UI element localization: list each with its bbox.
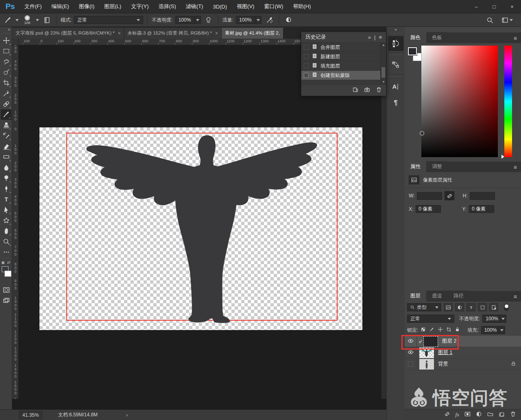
properties-panel-menu-icon[interactable]: ≡ <box>510 162 521 172</box>
tab-swatches[interactable]: 色板 <box>426 32 448 43</box>
layer-name[interactable]: 图层 1 <box>438 349 452 356</box>
current-tool-brush-icon[interactable] <box>2 15 13 25</box>
visibility-checkbox-empty[interactable] <box>405 359 417 370</box>
menu-i[interactable]: 图像(I) <box>74 0 99 13</box>
paragraph-panel-icon[interactable]: ¶ <box>388 95 403 110</box>
canvas-vertical-scrollbar[interactable] <box>381 45 386 399</box>
flow-value[interactable]: 100% <box>236 16 255 24</box>
lock-artboard-icon[interactable] <box>446 327 451 333</box>
x-field[interactable]: 0 像素 <box>416 205 441 213</box>
history-state-row[interactable]: 合并图层 <box>301 43 381 52</box>
background-color-swatch[interactable] <box>4 271 11 277</box>
search-icon[interactable] <box>484 15 495 25</box>
fill-chevron-icon[interactable] <box>499 326 505 334</box>
toolbar-expand-icon[interactable]: » <box>0 27 12 33</box>
healing-tool-icon[interactable] <box>1 99 11 109</box>
filtering-toggle[interactable] <box>504 304 509 311</box>
hue-slider-arrow-icon[interactable] <box>501 155 504 159</box>
clone-source-panel-icon[interactable] <box>388 58 403 72</box>
brush-picker-chevron-icon[interactable] <box>36 19 39 21</box>
blur-tool-icon[interactable] <box>1 162 11 173</box>
color-panel-menu-icon[interactable]: ≡ <box>510 33 521 43</box>
pressure-size-icon[interactable] <box>283 15 294 25</box>
lock-pixels-icon[interactable] <box>429 327 434 333</box>
link-layers-icon[interactable] <box>444 411 450 418</box>
blend-mode-select[interactable]: 正常 <box>74 16 143 24</box>
layer-thumbnail[interactable] <box>419 359 434 370</box>
quick-select-tool-icon[interactable] <box>1 67 11 77</box>
scroll-down-icon[interactable]: ▼ <box>381 80 386 84</box>
foreground-color-swatch-panel[interactable] <box>408 47 417 55</box>
history-state-row[interactable]: 填充图层 <box>301 61 381 71</box>
scroll-up-icon[interactable]: ▲ <box>381 43 386 47</box>
airbrush-icon[interactable] <box>264 15 275 25</box>
new-document-from-state-icon[interactable] <box>352 87 358 94</box>
history-panel-icon[interactable] <box>388 36 403 51</box>
tab-layers[interactable]: 图层 <box>405 291 426 302</box>
history-state-row[interactable]: 创建剪贴蒙版 <box>301 71 381 80</box>
tab-close-icon[interactable]: × <box>215 31 218 36</box>
history-brush-tool-icon[interactable] <box>1 131 11 141</box>
workspace-switcher-icon[interactable] <box>499 15 515 25</box>
path-select-tool-icon[interactable] <box>1 205 11 215</box>
new-adjustment-layer-icon[interactable] <box>476 411 482 418</box>
menu-v[interactable]: 视图(V) <box>232 0 259 13</box>
menu-w[interactable]: 窗口(W) <box>259 0 288 13</box>
menu-f[interactable]: 文件(F) <box>20 0 47 13</box>
tab-adjustments[interactable]: 调整 <box>426 161 448 172</box>
flow-chevron-icon[interactable] <box>255 16 262 24</box>
menu-y[interactable]: 文字(Y) <box>126 0 153 13</box>
history-source-checkbox[interactable] <box>304 73 309 78</box>
history-source-checkbox[interactable] <box>304 45 309 50</box>
color-cursor-icon[interactable] <box>420 131 424 136</box>
layers-panel-menu-icon[interactable]: ≡ <box>510 292 521 302</box>
swap-colors-icon[interactable]: ⇄ <box>7 260 10 265</box>
minimize-button[interactable]: – <box>467 0 485 13</box>
delete-state-icon[interactable] <box>376 87 382 94</box>
menu-dd[interactable]: 3D(D) <box>208 0 232 13</box>
fill-value[interactable]: 100% <box>481 326 499 334</box>
pressure-opacity-icon[interactable] <box>203 15 214 25</box>
layer-opacity-value[interactable]: 100% <box>482 315 500 323</box>
filter-adjustment-layers-icon[interactable] <box>455 303 464 311</box>
history-menu-icon[interactable]: ≡ <box>379 34 382 40</box>
add-mask-icon[interactable] <box>464 411 471 418</box>
layer-filter-select[interactable]: 类型 <box>407 303 441 311</box>
layer-name[interactable]: 背景 <box>438 361 448 368</box>
opacity-chevron-icon[interactable] <box>195 16 201 24</box>
tab-channels[interactable]: 通道 <box>426 291 448 302</box>
menu-s[interactable]: 选择(S) <box>153 0 181 13</box>
zoom-level-field[interactable]: 41.35% <box>19 411 43 419</box>
marquee-tool-icon[interactable] <box>1 46 11 56</box>
dodge-tool-icon[interactable] <box>1 173 11 183</box>
link-wh-icon[interactable] <box>445 191 454 200</box>
lock-position-icon[interactable] <box>438 327 443 333</box>
opacity-value[interactable]: 100% <box>175 16 195 24</box>
character-panel-icon[interactable]: A <box>388 79 403 94</box>
status-options-chevron-icon[interactable]: › <box>126 412 128 418</box>
tab-close-icon[interactable]: × <box>118 31 121 36</box>
history-collapse-icon[interactable]: » <box>368 34 371 40</box>
document-tab-2[interactable]: 未标题-3 @ 152% (背景 拷贝, RGB/8#) *× <box>124 28 222 39</box>
history-scrollbar[interactable]: ▲ ▼ <box>380 43 386 84</box>
tab-paths[interactable]: 路径 <box>448 291 469 302</box>
canvas-viewport[interactable] <box>19 45 386 399</box>
zoom-tool-icon[interactable] <box>1 236 11 247</box>
menu-l[interactable]: 图层(L) <box>99 0 126 13</box>
history-source-checkbox[interactable] <box>304 54 309 59</box>
menu-t[interactable]: 滤镜(T) <box>181 0 208 13</box>
gradient-tool-icon[interactable] <box>1 152 11 162</box>
history-state-row[interactable]: 新建图层 <box>301 52 381 61</box>
maximize-button[interactable]: □ <box>485 0 503 13</box>
filter-smart-objects-icon[interactable] <box>489 303 498 311</box>
collapse-dock-icon[interactable]: « <box>387 27 405 33</box>
brush-tool-icon[interactable] <box>1 109 11 120</box>
filter-pixel-layers-icon[interactable] <box>444 303 453 311</box>
new-snapshot-icon[interactable] <box>364 87 370 94</box>
width-field[interactable] <box>417 192 442 200</box>
lock-transparency-icon[interactable] <box>421 327 426 333</box>
close-button[interactable]: × <box>503 0 521 13</box>
hue-slider[interactable] <box>504 46 512 157</box>
shape-tool-icon[interactable] <box>1 215 11 225</box>
height-field[interactable] <box>470 192 495 200</box>
